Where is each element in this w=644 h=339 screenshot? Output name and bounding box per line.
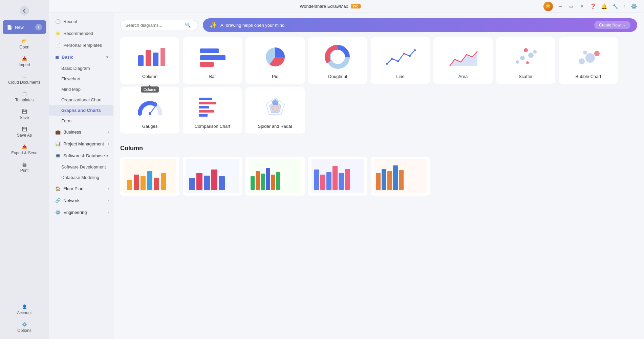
sidebar-item-cloud[interactable]: ☁️ Cloud Documents	[0, 71, 49, 88]
avatar[interactable]: 😊	[543, 2, 553, 11]
import-icon: 📥	[22, 56, 27, 61]
print-icon: 🖨️	[22, 162, 27, 167]
svg-rect-68	[387, 171, 392, 190]
chart-card-spider[interactable]: Spider and Radar	[245, 87, 305, 134]
ai-banner[interactable]: ✨ AI drawing helps open your mind Create…	[203, 18, 637, 32]
sub-sidebar-personal[interactable]: 📄 Personal Templates	[49, 39, 113, 51]
search-input[interactable]	[125, 23, 183, 28]
sub-sidebar-recent[interactable]: 🕐 Recent	[49, 16, 113, 27]
open-icon: 📂	[22, 39, 27, 43]
save-icon: 💾	[22, 109, 27, 114]
sidebar-item-options[interactable]: ⚙️ Options	[0, 319, 49, 336]
search-bar[interactable]: 🔍	[120, 20, 198, 30]
chart-card-area[interactable]: Area	[433, 37, 493, 84]
ai-icon: ✨	[210, 21, 217, 29]
template-card-4[interactable]	[308, 157, 367, 196]
sub-sidebar-database[interactable]: Database Modeling	[49, 172, 113, 183]
sub-sidebar-group-project[interactable]: 📊 Project Management ›	[49, 138, 113, 150]
svg-point-13	[403, 53, 405, 55]
software-chevron: ▼	[106, 154, 109, 158]
sidebar-item-import[interactable]: 📥 Import	[0, 53, 49, 71]
template-card-1[interactable]	[120, 157, 179, 196]
svg-rect-66	[376, 173, 381, 190]
bar-chart-icon	[196, 43, 230, 71]
sub-sidebar-basic-diagram[interactable]: Basic Diagram	[49, 63, 113, 74]
svg-rect-31	[199, 106, 209, 108]
sidebar-item-account[interactable]: 👤 Account	[0, 301, 49, 319]
column-chart-label: Column	[142, 74, 157, 79]
content-area: 🕐 Recent ⭐ Recommended 📄 Personal Templa…	[49, 13, 644, 339]
chart-card-pie[interactable]: Pie	[245, 37, 305, 84]
scatter-chart-icon	[509, 43, 543, 71]
account-icon: 👤	[22, 304, 27, 309]
sub-sidebar-recommended[interactable]: ⭐ Recommended	[49, 27, 113, 39]
sidebar-item-export[interactable]: 📤 Export & Send	[0, 141, 49, 159]
sub-sidebar-group-software[interactable]: 💻 Software & Database ▼	[49, 150, 113, 162]
minimize-button[interactable]: ─	[558, 3, 563, 10]
chart-card-bubble[interactable]: Bubble Chart	[559, 37, 618, 84]
sub-sidebar-graphs[interactable]: Graphs and Charts	[49, 105, 113, 116]
svg-point-15	[414, 49, 416, 51]
search-icon[interactable]: 🔍	[185, 22, 191, 28]
maximize-button[interactable]: ▭	[568, 3, 574, 10]
chart-card-doughnut[interactable]: Doughnut	[308, 37, 367, 84]
chart-card-line[interactable]: Line	[371, 37, 430, 84]
sidebar-item-save-as[interactable]: 💾 Save As	[0, 123, 49, 141]
svg-rect-64	[345, 169, 350, 190]
chart-card-scatter[interactable]: Scatter	[496, 37, 555, 84]
project-group-left: 📊 Project Management	[55, 141, 104, 146]
sidebar-item-open[interactable]: 📂 Open	[0, 35, 49, 53]
settings-icon[interactable]: ⚙️	[631, 3, 637, 9]
chart-card-comparison[interactable]: Comparison Chart	[183, 87, 242, 134]
chart-card-gauges[interactable]: Gauges	[120, 87, 179, 134]
plus-icon: +	[35, 24, 42, 31]
sub-sidebar-group-basic[interactable]: ◼ Basic ▼	[49, 51, 113, 63]
svg-rect-59	[314, 170, 319, 190]
sub-sidebar-mind-map[interactable]: Mind Map	[49, 84, 113, 95]
sub-sidebar-flowchart[interactable]: Flowchart	[49, 74, 113, 84]
sidebar-item-print[interactable]: 🖨️ Print	[0, 159, 49, 176]
create-now-button[interactable]: Create Now →	[594, 21, 630, 29]
template-card-3[interactable]	[245, 157, 305, 196]
notification-icon[interactable]: 🔔	[601, 3, 607, 9]
sub-sidebar-group-business[interactable]: 💼 Business ›	[49, 126, 113, 138]
sidebar-item-templates[interactable]: 📋 Templates	[0, 88, 49, 106]
project-icon: 📊	[55, 141, 61, 146]
svg-rect-39	[127, 180, 132, 190]
svg-rect-46	[189, 178, 195, 190]
sub-sidebar-software-dev[interactable]: Software Development	[49, 162, 113, 172]
ai-text: AI drawing helps open your mind	[220, 23, 284, 28]
sub-sidebar: 🕐 Recent ⭐ Recommended 📄 Personal Templa…	[49, 13, 113, 339]
sub-sidebar-group-floor[interactable]: 🏠 Floor Plan ›	[49, 183, 113, 195]
template-card-5[interactable]	[371, 157, 430, 196]
svg-rect-7	[200, 62, 214, 67]
network-group-left: 🔗 Network	[55, 198, 80, 203]
chart-card-column[interactable]: Column Column	[120, 37, 179, 84]
tools-icon[interactable]: 🔧	[612, 3, 619, 9]
back-button[interactable]	[0, 3, 49, 19]
column-chart-icon	[133, 43, 167, 71]
share-icon[interactable]: ↑	[623, 3, 626, 9]
svg-rect-41	[141, 176, 146, 190]
sub-sidebar-group-engineering[interactable]: ⚙️ Engineering ›	[49, 206, 113, 218]
chart-card-bar[interactable]: Bar	[183, 37, 242, 84]
line-chart-label: Line	[396, 74, 405, 79]
chart-grid: Column Column Bar	[120, 37, 637, 134]
comparison-chart-icon	[196, 93, 230, 120]
template-card-2[interactable]	[183, 157, 242, 196]
svg-rect-70	[399, 170, 404, 190]
sidebar-item-save[interactable]: 💾 Save	[0, 106, 49, 123]
area-chart-label: Area	[458, 74, 468, 79]
pro-badge: Pro	[351, 4, 361, 8]
svg-rect-55	[266, 168, 270, 190]
sub-sidebar-group-network[interactable]: 🔗 Network ›	[49, 195, 113, 206]
svg-rect-61	[326, 172, 331, 190]
sidebar-item-new[interactable]: 📄 New +	[3, 20, 46, 34]
sub-sidebar-form[interactable]: Form	[49, 116, 113, 126]
bar-chart-label: Bar	[209, 74, 216, 79]
cloud-icon: ☁️	[22, 74, 27, 79]
sub-sidebar-org-chart[interactable]: Organizational Chart	[49, 95, 113, 105]
recommended-icon: ⭐	[55, 31, 61, 36]
close-button[interactable]: ✕	[579, 3, 585, 10]
help-icon[interactable]: ❓	[590, 3, 596, 9]
